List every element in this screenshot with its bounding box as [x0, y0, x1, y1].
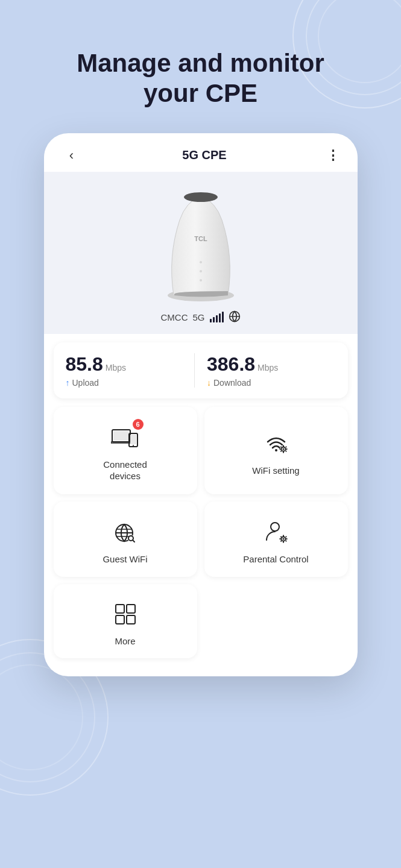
- download-label: Download: [213, 378, 251, 388]
- globe-icon: [229, 310, 241, 324]
- connected-devices-icon: 6: [110, 421, 141, 453]
- phone-mockup: ‹ 5G CPE ⋮ TCL: [44, 133, 358, 677]
- svg-rect-33: [279, 538, 281, 539]
- svg-point-12: [275, 449, 277, 451]
- wifi-setting-label: WiFi setting: [252, 465, 299, 477]
- svg-rect-19: [286, 448, 288, 450]
- svg-rect-16: [283, 445, 284, 447]
- network-info: CMCC 5G: [160, 310, 240, 324]
- menu-button[interactable]: ⋮: [326, 148, 340, 163]
- connected-devices-card[interactable]: 6 Connecteddevices: [54, 407, 197, 494]
- more-icon: [110, 599, 141, 630]
- parental-control-icon: [260, 516, 292, 547]
- svg-point-2: [200, 261, 202, 263]
- guest-wifi-card[interactable]: Guest WiFi: [54, 502, 197, 577]
- svg-point-1: [184, 192, 218, 202]
- download-speed: 386.8 Mbps ↓ Download: [194, 353, 336, 388]
- svg-point-3: [200, 270, 202, 272]
- svg-rect-10: [130, 435, 136, 444]
- svg-point-4: [200, 279, 202, 281]
- guest-wifi-icon: [110, 516, 141, 547]
- download-value: 386.8: [207, 353, 255, 376]
- download-arrow-icon: ↓: [207, 378, 211, 388]
- svg-rect-34: [286, 538, 288, 539]
- connected-devices-label: Connecteddevices: [103, 459, 147, 482]
- parental-control-card[interactable]: Parental Control: [204, 502, 348, 577]
- svg-rect-42: [127, 615, 135, 624]
- svg-text:TCL: TCL: [194, 235, 207, 242]
- svg-rect-39: [116, 605, 124, 613]
- upload-value: 85.8: [66, 353, 103, 376]
- svg-rect-32: [283, 541, 284, 543]
- feature-grid: 6 Connecteddevices: [54, 407, 348, 577]
- signal-bars: [210, 312, 224, 322]
- svg-rect-41: [116, 615, 124, 624]
- more-row: More: [54, 584, 348, 658]
- back-button[interactable]: ‹: [61, 148, 83, 163]
- router-image: TCL: [153, 184, 249, 304]
- router-area: TCL CMCC 5G: [44, 172, 358, 334]
- more-label: More: [115, 636, 135, 646]
- upload-speed: 85.8 Mbps ↑ Upload: [66, 353, 195, 388]
- download-unit: Mbps: [257, 363, 278, 373]
- phone-topbar: ‹ 5G CPE ⋮: [44, 133, 358, 172]
- upload-arrow-icon: ↑: [66, 378, 70, 388]
- connected-devices-badge: 6: [133, 419, 144, 430]
- upload-label: Upload: [72, 378, 99, 388]
- svg-rect-31: [283, 535, 284, 536]
- svg-rect-17: [283, 451, 284, 453]
- network-type-label: 5G: [192, 312, 204, 322]
- guest-wifi-label: Guest WiFi: [103, 553, 147, 565]
- phone-title: 5G CPE: [182, 148, 226, 162]
- svg-rect-40: [127, 605, 135, 613]
- svg-point-15: [282, 448, 284, 450]
- svg-point-11: [133, 445, 134, 446]
- speed-card: 85.8 Mbps ↑ Upload 386.8 Mbps ↓ Download: [54, 342, 348, 398]
- parental-control-label: Parental Control: [243, 553, 308, 565]
- header-section: Manage and monitoryour CPE: [77, 48, 324, 109]
- upload-unit: Mbps: [106, 363, 126, 373]
- svg-point-30: [282, 538, 284, 539]
- svg-point-28: [271, 523, 279, 531]
- more-card[interactable]: More: [54, 584, 197, 658]
- header-title: Manage and monitoryour CPE: [77, 48, 324, 109]
- svg-rect-8: [113, 431, 129, 441]
- carrier-label: CMCC: [160, 312, 188, 322]
- wifi-setting-icon: [260, 427, 292, 459]
- wifi-setting-card[interactable]: WiFi setting: [204, 407, 348, 494]
- svg-rect-18: [279, 448, 281, 450]
